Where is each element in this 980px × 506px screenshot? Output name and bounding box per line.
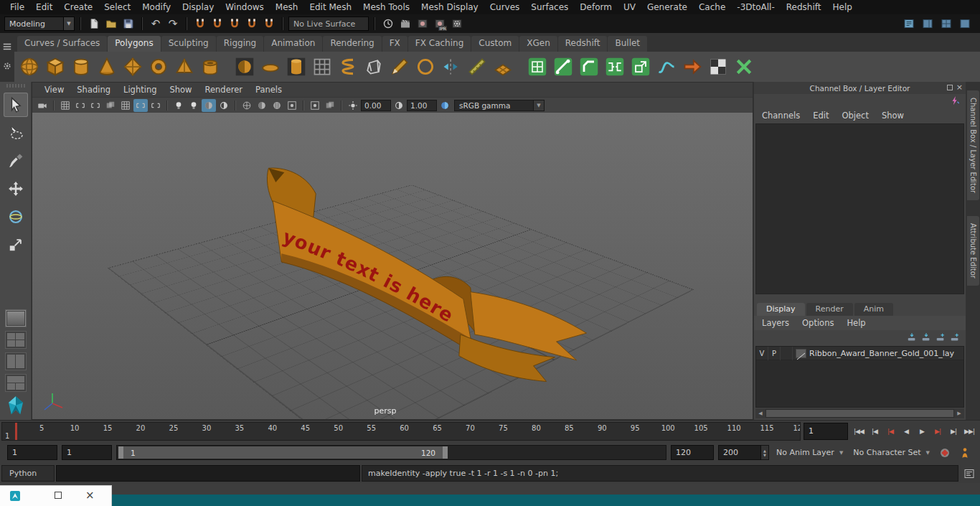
- xray-mode-icon[interactable]: [323, 99, 337, 112]
- current-frame-field[interactable]: [804, 423, 848, 440]
- new-scene-button[interactable]: [86, 16, 102, 32]
- menu-item[interactable]: Surfaces: [525, 0, 574, 14]
- move-layer-down-icon[interactable]: [921, 332, 931, 345]
- default-lighting-icon[interactable]: [171, 99, 186, 112]
- shelf-tab[interactable]: XGen: [519, 36, 557, 52]
- shelf-tab[interactable]: Redshift: [558, 36, 608, 52]
- channel-box-menu-item[interactable]: Show: [875, 111, 910, 121]
- poly-torus-icon[interactable]: [146, 55, 171, 79]
- maximize-icon[interactable]: [55, 492, 62, 499]
- command-language-button[interactable]: Python: [1, 465, 55, 482]
- resolution-gate-toggle-icon[interactable]: [88, 99, 103, 112]
- mirror-geometry-icon[interactable]: [439, 55, 463, 79]
- construction-history-toggle[interactable]: [380, 16, 396, 32]
- channel-box-menu-item[interactable]: Edit: [806, 111, 835, 121]
- scroll-left-icon[interactable]: ◀: [755, 411, 765, 416]
- playback-button[interactable]: |◀: [882, 423, 898, 440]
- shelf-tab[interactable]: Sculpting: [161, 36, 216, 52]
- grid-toggle-icon[interactable]: [58, 99, 72, 112]
- shaded-mode-icon[interactable]: [255, 99, 269, 112]
- menu-item[interactable]: Help: [826, 0, 857, 14]
- cylinder-projection-icon[interactable]: [284, 55, 308, 79]
- shelf-tab[interactable]: Bullet: [608, 36, 647, 52]
- safe-action-toggle-icon[interactable]: [133, 99, 148, 112]
- spinner-arrows[interactable]: ▲▼: [761, 445, 769, 460]
- menu-item[interactable]: Mesh Display: [415, 0, 484, 14]
- menu-item[interactable]: Cache: [693, 0, 731, 14]
- menu-item[interactable]: Redshift: [781, 0, 827, 14]
- layer-editor-menu-item[interactable]: Layers: [755, 318, 796, 328]
- shelf-tab[interactable]: Curves / Surfaces: [17, 36, 107, 52]
- poly-cylinder-icon[interactable]: [69, 55, 93, 79]
- layer-display-type-toggle[interactable]: [781, 347, 793, 360]
- extrude-icon[interactable]: [628, 55, 653, 79]
- menu-item[interactable]: Windows: [220, 0, 270, 14]
- ipr-render-button[interactable]: IPR: [432, 16, 448, 32]
- select-tool-button[interactable]: [4, 93, 28, 117]
- poly-helix-icon[interactable]: [336, 55, 360, 79]
- current-time-marker[interactable]: [15, 423, 17, 440]
- channel-box-toggle-icon[interactable]: [957, 16, 973, 32]
- orange-arrow-icon[interactable]: [680, 55, 705, 79]
- panel-menu-item[interactable]: Lighting: [117, 83, 163, 97]
- range-start-handle[interactable]: [118, 446, 123, 459]
- measure-tool-icon[interactable]: [465, 55, 489, 79]
- script-editor-icon[interactable]: [960, 465, 979, 482]
- menu-item[interactable]: Select: [98, 0, 136, 14]
- move-tool-button[interactable]: [4, 177, 28, 201]
- playback-button[interactable]: ▶: [914, 423, 930, 440]
- save-scene-button[interactable]: [121, 16, 136, 32]
- color-management-icon[interactable]: [438, 99, 452, 112]
- menu-item[interactable]: Create: [58, 0, 98, 14]
- side-tab[interactable]: Attribute Editor: [967, 216, 979, 286]
- poly-cube-icon[interactable]: [43, 55, 67, 79]
- shelf-tab[interactable]: Rigging: [217, 36, 263, 52]
- channel-speed-icon[interactable]: [950, 95, 960, 108]
- menu-item[interactable]: Edit: [30, 0, 58, 14]
- scale-tool-button[interactable]: [4, 233, 28, 257]
- playback-button[interactable]: |◀: [867, 423, 882, 440]
- close-icon[interactable]: ×: [956, 84, 963, 91]
- playback-button[interactable]: ▶|: [946, 423, 961, 440]
- tool-settings-toggle-icon[interactable]: [938, 16, 954, 32]
- range-slider-track[interactable]: 1 120: [116, 445, 666, 460]
- scrollbar-thumb[interactable]: [766, 410, 953, 417]
- textured-mode-icon[interactable]: [270, 99, 284, 112]
- menu-item[interactable]: Mesh Tools: [357, 0, 415, 14]
- snap-to-curves-button[interactable]: [209, 16, 225, 32]
- shelf-tab-menu-icon[interactable]: [2, 41, 12, 55]
- animation-start-field[interactable]: [7, 445, 57, 460]
- layer-editor-tab[interactable]: Anim: [854, 303, 893, 316]
- layer-name[interactable]: Ribbon_Award_Banner_Gold_001_lay: [809, 349, 954, 358]
- film-gate-toggle-icon[interactable]: [73, 99, 88, 112]
- poly-pyramid-icon[interactable]: [172, 55, 197, 79]
- exposure-field[interactable]: [361, 100, 391, 111]
- bridge-icon[interactable]: [603, 55, 627, 79]
- menu-item[interactable]: Edit Mesh: [303, 0, 357, 14]
- rotate-tool-button[interactable]: [4, 205, 28, 229]
- layer-list[interactable]: V P Ribbon_Award_Banner_Gold_001_lay: [755, 346, 964, 408]
- quad-draw-icon[interactable]: [525, 55, 550, 79]
- playback-start-field[interactable]: [62, 445, 112, 460]
- channel-list-area[interactable]: [755, 123, 964, 294]
- channel-box-menu-item[interactable]: Channels: [755, 111, 806, 121]
- curve-tool-icon[interactable]: [654, 55, 679, 79]
- menu-item[interactable]: File: [4, 0, 30, 14]
- panel-menu-item[interactable]: Panels: [249, 83, 288, 97]
- playback-end-field[interactable]: [671, 445, 714, 460]
- field-chart-toggle-icon[interactable]: [118, 99, 133, 112]
- layer-color-swatch[interactable]: [796, 349, 806, 358]
- gamma-field[interactable]: [407, 100, 437, 111]
- move-layer-up-icon[interactable]: [907, 332, 917, 345]
- menu-item[interactable]: UV: [618, 0, 641, 14]
- make-live-button[interactable]: [261, 16, 277, 32]
- menu-set-dropdown[interactable]: Modeling ▼: [4, 17, 75, 31]
- layer-editor-tab[interactable]: Display: [757, 303, 805, 316]
- menu-item[interactable]: Modify: [136, 0, 176, 14]
- contrast-icon[interactable]: [392, 99, 406, 112]
- flat-plane-icon[interactable]: [491, 55, 515, 79]
- wireframe-mode-icon[interactable]: [240, 99, 254, 112]
- menu-item[interactable]: Generate: [641, 0, 693, 14]
- redo-button[interactable]: ↷: [165, 16, 181, 32]
- wireframe-on-shaded-icon[interactable]: [285, 99, 299, 112]
